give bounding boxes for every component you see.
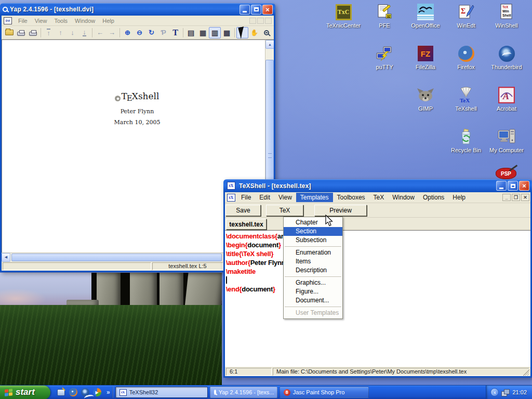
desktop-icon-winshell[interactable]: TeXWinShellWinShell [485,3,528,29]
text-tool-button[interactable]: T [169,27,181,38]
texshell-menu-toolboxes[interactable]: Toolboxes [333,193,369,202]
menu-item-enumeration[interactable]: Enumeration [284,248,342,257]
print-preview-button[interactable] [27,27,39,38]
start-button[interactable]: start [0,385,50,399]
texshell-maximize-button[interactable] [508,181,518,191]
texshell-close-button[interactable] [519,181,529,191]
task-button-yap-2-4-1596-texs[interactable]: Yap 2.4.1596 - [texs... [210,387,277,398]
editor-text-segment: \end{ [226,285,242,293]
quick-launch-show-desktop[interactable] [57,388,65,397]
menu-separator [285,276,341,277]
select-arrow-button[interactable] [236,27,248,38]
winshell-icon: TeXWinShell [498,4,515,20]
quick-launch-thunderbird[interactable] [81,388,89,397]
texshell-statusbar: 6:1 Main file: C:\Documents and Settings… [225,367,530,376]
view-continuous-button[interactable]: ▥ [209,27,221,38]
desktop-icon-firefox[interactable]: Firefox [445,45,487,70]
preview-button[interactable]: Preview [314,205,367,216]
mdi-restore-button[interactable]: ❐ [512,194,520,201]
save-button[interactable]: Save [225,205,261,216]
desktop-icon-recycle-bin[interactable]: Recycle Bin [445,128,487,153]
refresh-button[interactable]: ↻ [145,27,157,38]
texshell-menu-tex[interactable]: TeX [369,193,389,202]
quick-launch-firefox[interactable] [69,388,77,397]
desktop-icon-putty[interactable]: puTTY [363,45,406,70]
scroll-up-button[interactable]: ▲ [265,40,274,49]
open-folder-button[interactable] [3,27,15,38]
desktop-icon-winedt[interactable]: ΣWinEdt [445,3,487,29]
menu-item-items[interactable]: Items [284,257,342,266]
menu-item-section[interactable]: Section [284,227,342,236]
task-button-texshell32[interactable]: tXTeXShell32 [115,387,208,398]
scroll-left-button[interactable]: ◀ [2,253,10,262]
texshell-menu-view[interactable]: View [274,193,296,202]
page-down-button[interactable]: ↓ [66,27,78,38]
tab-texshell-tex[interactable]: texshell.tex [226,219,267,230]
view-facing-button[interactable]: ▦ [197,27,209,38]
desktop-icon-texniccenter[interactable]: TxCTeXnicCenter [322,3,365,29]
quick-launch-overflow-chevron[interactable]: » [105,389,111,396]
print-button[interactable] [15,27,27,38]
desktop-icon-openoffice[interactable]: OpenOffice [404,3,447,29]
texshell-menu-edit[interactable]: Edit [255,193,274,202]
view-single-button[interactable]: ▤ [185,27,197,38]
yap-menu-tools[interactable]: Tools [50,17,71,25]
firefox-icon [69,388,77,396]
desktop-icon-pfe[interactable]: 32PFE [363,3,406,29]
yap-menu-window[interactable]: Window [71,17,99,25]
print-preview-icon [29,32,37,36]
svg-text:Shell: Shell [502,14,511,17]
resize-grip[interactable] [523,369,529,376]
quick-launch-media-player[interactable] [92,388,101,397]
tex-button[interactable]: TeX [266,205,303,216]
back-button[interactable]: ← [94,27,106,38]
forward-button[interactable]: → [106,27,118,38]
mdi-close-button[interactable]: ✕ [521,194,529,201]
zoom-out-button[interactable]: ⊖ [134,27,145,38]
view-continuous-facing-button[interactable]: ▩ [221,27,233,38]
desktop-icon-gimp[interactable]: GIMP [404,86,447,112]
desktop-icon-paint-shop-pro[interactable]: PSP [495,168,517,179]
texshell-editor[interactable]: \documentclass{article}\begin{document}\… [225,230,530,367]
desktop-icon-texshell[interactable]: TeXTeXshell [445,86,487,112]
desktop-icon-filezilla[interactable]: FZFileZilla [404,45,447,70]
yap-titlebar[interactable]: Yap 2.4.1596 - [texshell.dvi] [0,3,275,16]
zoom-region-button[interactable] [260,27,272,38]
menu-item-figure[interactable]: Figure... [284,287,342,296]
tray-collapse-chevron[interactable]: ‹ [490,388,499,396]
texshell-minimize-button[interactable] [496,181,507,191]
desktop-icon-thunderbird[interactable]: Thunderbird [485,45,528,70]
network-status-icon[interactable] [501,389,510,396]
toolbar-separator [119,28,120,37]
desktop-icon-acrobat[interactable]: AAcrobat [485,86,528,112]
openoffice-icon [417,4,434,20]
page-last-button[interactable]: ↓ [78,27,90,38]
yap-close-button[interactable] [262,5,273,15]
texshell-menu-window[interactable]: Window [388,193,419,202]
yap-menu-file[interactable]: File [15,17,31,25]
ruler-tool-button[interactable]: Ƥ [157,27,169,38]
hand-tool-button[interactable]: ✋ [248,27,260,38]
page-up-button[interactable]: ↑ [55,27,66,38]
yap-minimize-button[interactable] [240,5,250,15]
page-first-button[interactable]: ↑ [43,27,55,38]
texshell-menu-help[interactable]: Help [448,193,470,202]
desktop-icon-label: FileZilla [404,64,447,70]
texshell-menu-templates[interactable]: Templates [296,193,333,202]
menu-item-subsection[interactable]: Subsection [284,236,342,245]
texshell-menu-options[interactable]: Options [419,193,448,202]
yap-menu-help[interactable]: Help [99,17,118,25]
menu-item-document[interactable]: Document... [284,296,342,305]
mdi-minimize-button[interactable]: _ [502,194,511,201]
yap-menu-view[interactable]: View [31,17,51,25]
yap-maximize-button[interactable] [251,5,261,15]
desktop-icon-my-computer[interactable]: My Computer [485,128,528,153]
zoom-in-button[interactable]: ⊕ [122,27,134,38]
texshell-menu-file[interactable]: File [237,193,255,202]
task-button-jasc-paint-shop-pro[interactable]: 8Jasc Paint Shop Pro [280,387,369,398]
menu-item-graphics[interactable]: Graphics... [284,278,342,287]
text-tool-icon: T [172,29,178,37]
menu-item-description[interactable]: Description [284,266,342,275]
texshell-titlebar[interactable]: tX TeXShell - [texshell.tex] [223,179,532,192]
horizontal-scroll-thumb[interactable] [11,254,222,261]
